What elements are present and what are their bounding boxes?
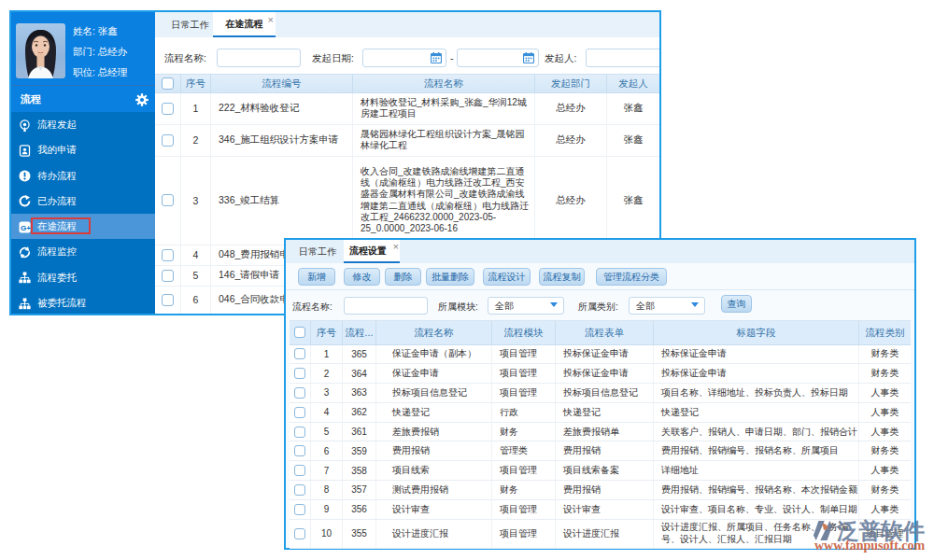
svg-text:G+: G+ — [21, 223, 31, 231]
